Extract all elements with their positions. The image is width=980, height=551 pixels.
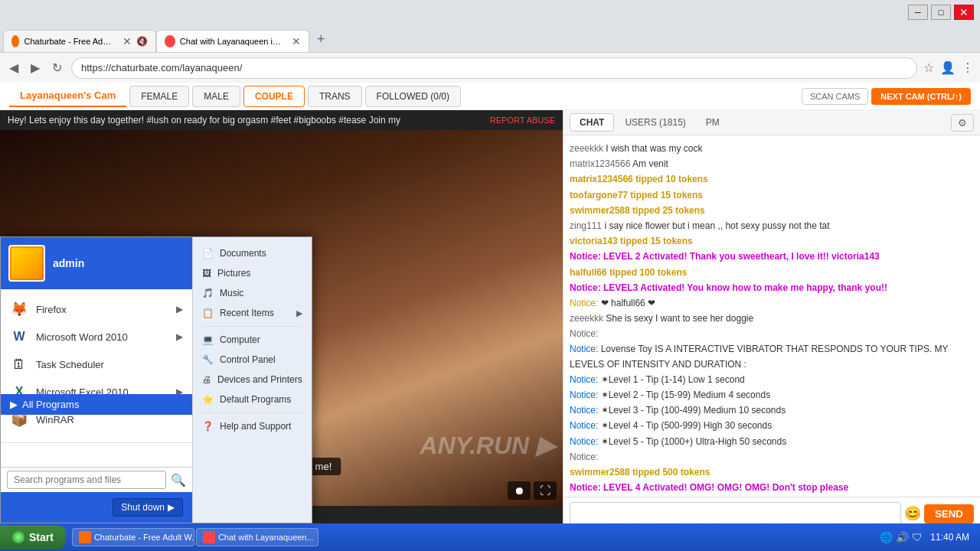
pictures-label: Pictures [217, 268, 250, 279]
record-button[interactable]: ⏺ [508, 481, 531, 500]
report-abuse-button[interactable]: REPORT ABUSE [490, 116, 555, 125]
nav-tab-followed[interactable]: FOLLOWED (0/0) [365, 86, 461, 107]
site-header: Layanaqueen's Cam FEMALE MALE COUPLE TRA… [0, 83, 980, 110]
back-button[interactable]: ◀ [6, 57, 21, 78]
start-right-recent-items[interactable]: 📋 Recent Items ▶ [193, 303, 312, 323]
firefox-icon: 🦊 [10, 300, 28, 318]
word-icon: W [10, 328, 28, 346]
tab-bar: Chaturbate - Free Adult Webcams, ... ✕ 🔇… [0, 24, 980, 52]
message-text: She is sexy I want to see her doggie [603, 313, 753, 324]
start-right-pictures[interactable]: 🖼 Pictures [193, 263, 312, 283]
chat-tab-chat[interactable]: CHAT [570, 113, 614, 132]
system-clock: 11:40 AM [926, 530, 974, 544]
message-user: Notice: [570, 482, 601, 493]
chat-tab-pm[interactable]: PM [697, 114, 729, 131]
scan-cams-button[interactable]: SCAN CAMS [802, 88, 868, 105]
nav-tab-female[interactable]: FEMALE [129, 86, 189, 107]
chat-message: halfull66 tipped 100 tokens [570, 266, 974, 280]
mute-icon[interactable]: 🔇 [136, 36, 148, 47]
volume-tray-icon: 🔊 [896, 531, 909, 543]
message-text: ✶Level 1 - Tip (1-14) Low 1 second [598, 374, 744, 385]
start-right-devices-printers[interactable]: 🖨 Devices and Printers [193, 370, 312, 390]
close-button[interactable]: ✕ [954, 5, 974, 20]
message-user: swimmer2588 [570, 467, 630, 478]
message-text: ❤ halfull66 ❤ [598, 298, 655, 308]
start-item-word-label: Microsoft Word 2010 [36, 331, 128, 343]
documents-label: Documents [220, 248, 266, 259]
shutdown-button[interactable]: Shut down ▶ [113, 498, 183, 517]
fullscreen-button[interactable]: ⛶ [534, 481, 557, 500]
clock-time: 11:40 AM [930, 532, 969, 543]
tab-close-1[interactable]: ✕ [122, 35, 132, 47]
title-bar: ─ □ ✕ [0, 0, 980, 24]
message-user: Notice: [570, 452, 598, 462]
message-text: ✶Level 2 - Tip (15-99) Medium 4 seconds [598, 390, 770, 400]
start-item-firefox-label: Firefox [36, 304, 67, 315]
start-right-help-support[interactable]: ❓ Help and Support [193, 416, 312, 436]
send-button[interactable]: SEND [924, 504, 974, 523]
start-item-firefox[interactable]: 🦊 Firefox ▶ [1, 295, 192, 323]
forward-button[interactable]: ▶ [28, 57, 43, 78]
start-menu-bottom: Shut down ▶ [1, 492, 192, 523]
music-icon: 🎵 [202, 288, 214, 298]
start-item-task-scheduler[interactable]: 🗓 Task Scheduler [1, 350, 192, 378]
nav-tab-trans[interactable]: TRANS [308, 86, 362, 107]
message-user: Notice: [570, 328, 598, 339]
browser-tab-1[interactable]: Chaturbate - Free Adult Webcams, ... ✕ 🔇 [3, 30, 156, 52]
message-user: halfull66 [570, 267, 607, 278]
taskbar-tray: 🌐 🔊 🛡 11:40 AM [874, 530, 980, 544]
message-user: matrix1234566 [570, 174, 633, 184]
message-user: Notice: [570, 390, 598, 400]
start-menu-items: 🦊 Firefox ▶ W Microsoft Word 2010 ▶ 🗓 Ta… [1, 289, 192, 439]
chat-input[interactable] [570, 502, 901, 525]
start-right-music[interactable]: 🎵 Music [193, 283, 312, 303]
recent-items-icon: 📋 [202, 308, 214, 318]
taskbar-favicon-2 [203, 531, 215, 543]
chat-message: zing111 i say nice flower but i mean ,, … [570, 219, 974, 233]
next-cam-button[interactable]: NEXT CAM (CTRL/↑) [871, 88, 971, 105]
chat-tab-users[interactable]: USERS (1815) [616, 114, 694, 131]
search-input[interactable] [7, 471, 166, 489]
all-programs-button[interactable]: ▶ All Programs [1, 394, 192, 415]
shutdown-label: Shut down [121, 502, 165, 513]
start-right-control-panel[interactable]: 🔧 Control Panel [193, 350, 312, 370]
browser-tab-2[interactable]: Chat with Layanaqueen in a Li... ✕ [156, 30, 309, 52]
user-icon[interactable]: 👤 [940, 60, 956, 75]
start-right-computer[interactable]: 💻 Computer [193, 330, 312, 350]
cam-owner-tab[interactable]: Layanaqueen's Cam [9, 85, 126, 107]
address-input[interactable] [71, 57, 917, 79]
bookmark-icon[interactable]: ☆ [923, 60, 934, 75]
chat-message: Notice: LEVEL 4 Activated! OMG! OMG! OMG… [570, 481, 974, 495]
minimize-button[interactable]: ─ [908, 5, 928, 20]
start-button[interactable]: Start [0, 525, 66, 549]
taskbar-item-1[interactable]: Chaturbate - Free Adult W... [72, 528, 194, 546]
message-text: tipped 15 tokens [618, 236, 693, 246]
start-item-word[interactable]: W Microsoft Word 2010 ▶ [1, 323, 192, 350]
menu-icon[interactable]: ⋮ [962, 60, 974, 75]
tab-label-1: Chaturbate - Free Adult Webcams, ... [24, 37, 115, 46]
start-right-documents[interactable]: 📄 Documents [193, 243, 312, 263]
security-tray-icon: 🛡 [912, 531, 923, 543]
nav-tab-male[interactable]: MALE [192, 86, 240, 107]
taskbar-items: Chaturbate - Free Adult W... Chat with L… [69, 528, 874, 546]
chat-message: Notice: ✶Level 4 - Tip (500-999) High 30… [570, 419, 974, 433]
chat-area: CHAT USERS (1815) PM ⚙ zeeekkk I wish th… [563, 110, 980, 551]
chat-messages: zeeekkk I wish that was my cockmatrix123… [564, 135, 980, 497]
maximize-button[interactable]: □ [931, 5, 951, 20]
video-controls: ⏺ ⛶ [508, 481, 557, 500]
nav-tab-couple[interactable]: COUPLE [243, 86, 305, 107]
start-right-default-programs[interactable]: ⭐ Default Programs [193, 390, 312, 409]
tab-close-2[interactable]: ✕ [292, 35, 301, 47]
chat-settings-button[interactable]: ⚙ [951, 114, 974, 132]
message-user: Notice: [570, 251, 601, 262]
message-text: I wish that was my cock [603, 143, 702, 154]
message-text: LEVEL 4 Activated! OMG! OMG! OMG! Don't … [601, 482, 849, 493]
new-tab-button[interactable]: + [309, 27, 333, 52]
emoji-button[interactable]: 😊 [904, 505, 921, 522]
message-user: matrix1234566 [570, 158, 630, 169]
bio-bar: Hey! Lets enjoy this day together! #lush… [0, 110, 563, 130]
message-text: LEVEL 2 Activated! Thank you sweetheart,… [601, 251, 880, 262]
taskbar-item-2[interactable]: Chat with Layanaqueen... [196, 528, 318, 546]
chat-message: Notice: [570, 327, 974, 341]
refresh-button[interactable]: ↻ [49, 57, 65, 78]
